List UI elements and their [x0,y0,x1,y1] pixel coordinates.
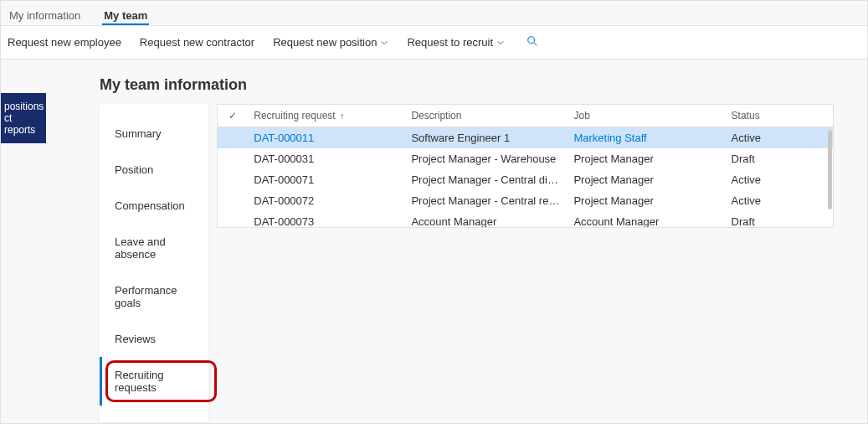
sidebar-item-performance-goals[interactable]: Performance goals [100,272,208,321]
toolbar: Request new employee Request new contrac… [1,26,867,59]
table-row[interactable]: DAT-000071Project Manager - Central divi… [218,169,833,190]
cell-request-id[interactable]: DAT-000071 [247,169,404,190]
svg-point-0 [528,37,535,44]
table-row[interactable]: DAT-000011Software Engineer 1Marketing S… [218,127,833,149]
cell-status: Draft [725,211,833,228]
request-to-recruit-label: Request to recruit [407,36,493,49]
table-row[interactable]: DAT-000073Account ManagerAccount Manager… [218,211,833,228]
main-columns: Summary Position Compensation Leave and … [100,104,867,422]
request-new-position-label: Request new position [273,36,377,49]
cell-description: Project Manager - Warehouse [404,148,567,169]
left-pill-line2: ct reports [4,112,43,136]
cell-check[interactable] [218,148,247,169]
cell-status: Active [725,190,833,211]
tab-my-information[interactable]: My information [8,8,82,25]
top-tabs: My information My team [1,1,867,26]
table-row[interactable]: DAT-000031Project Manager - WarehousePro… [218,148,833,169]
col-status[interactable]: Status [725,105,833,127]
content-wrap: positions ct reports My team information… [1,59,867,423]
recruiting-requests-table: ✓ Recruiting request ↑ Description Job S… [218,105,833,228]
page-title: My team information [100,76,867,94]
cell-description: Software Engineer 1 [404,127,567,149]
cell-status: Draft [725,148,833,169]
col-check[interactable]: ✓ [218,105,247,127]
cell-description: Project Manager - Central divisi... [404,169,567,190]
cell-request-id[interactable]: DAT-000072 [247,190,404,211]
cell-check[interactable] [218,127,247,149]
cell-status: Active [725,169,833,190]
sidebar-item-leave-absence[interactable]: Leave and absence [100,224,208,272]
chevron-down-icon [496,39,505,47]
search-button[interactable] [526,35,538,49]
sidebar-item-recruiting-requests[interactable]: Recruiting requests [100,357,208,406]
cell-request-id[interactable]: DAT-000031 [247,148,404,169]
sort-asc-icon: ↑ [340,111,345,121]
left-pill-line1: positions [4,101,43,112]
cell-check[interactable] [218,169,247,190]
col-description[interactable]: Description [404,105,567,127]
sidebar-item-summary[interactable]: Summary [100,116,208,152]
cell-check[interactable] [218,211,247,228]
cell-job[interactable]: Project Manager [567,169,724,190]
col-recruiting-request-label: Recruiting request [254,110,335,122]
table-row[interactable]: DAT-000072Project Manager - Central regi… [218,190,833,211]
tab-my-team[interactable]: My team [102,8,149,25]
main-area: My team information Summary Position Com… [46,59,867,423]
chevron-down-icon [380,39,388,47]
left-partial-panel[interactable]: positions ct reports [1,93,46,143]
cell-check[interactable] [218,190,247,211]
cell-description: Account Manager [404,211,567,228]
table-header-row: ✓ Recruiting request ↑ Description Job S… [218,105,833,127]
cell-request-id[interactable]: DAT-000073 [247,211,404,228]
scrollbar-thumb[interactable] [828,130,832,209]
cell-job[interactable]: Account Manager [567,211,724,228]
section-sidebar: Summary Position Compensation Leave and … [100,104,208,422]
request-new-employee-button[interactable]: Request new employee [8,36,121,49]
cell-job[interactable]: Project Manager [567,190,724,211]
cell-job[interactable]: Marketing Staff [567,127,724,149]
request-new-position-dropdown[interactable]: Request new position [273,36,388,49]
cell-job[interactable]: Project Manager [567,148,724,169]
search-icon [526,35,538,47]
sidebar-item-reviews[interactable]: Reviews [100,321,208,357]
cell-request-id[interactable]: DAT-000011 [247,127,404,149]
recruiting-requests-table-wrap: ✓ Recruiting request ↑ Description Job S… [217,104,834,228]
request-to-recruit-dropdown[interactable]: Request to recruit [407,36,505,49]
col-recruiting-request[interactable]: Recruiting request ↑ [247,105,404,127]
sidebar-item-compensation[interactable]: Compensation [100,188,208,224]
col-job[interactable]: Job [567,105,724,127]
svg-line-1 [534,43,537,46]
sidebar-item-position[interactable]: Position [100,152,208,188]
cell-status: Active [725,127,833,149]
request-new-contractor-button[interactable]: Request new contractor [140,36,254,49]
sidebar-item-label: Recruiting requests [115,369,164,394]
cell-description: Project Manager - Central region [404,190,567,211]
